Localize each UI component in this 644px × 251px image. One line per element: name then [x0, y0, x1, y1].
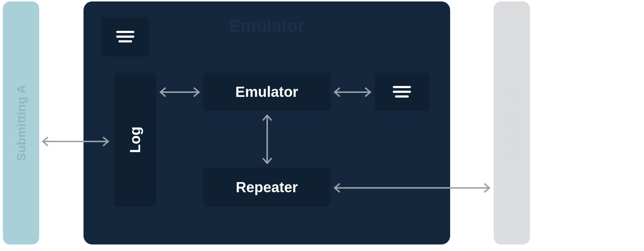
arrow-repeater-submitting-b: [331, 181, 493, 195]
submitting-b-node: Submitting B: [494, 1, 530, 244]
submitting-a-label: Submitting A: [14, 85, 28, 161]
hamburger-icon: [375, 73, 429, 111]
arrow-emulator-icon-right: [331, 85, 374, 99]
log-box: Log: [114, 73, 156, 207]
arrow-emulator-repeater: [260, 112, 274, 167]
emulator-box: Emulator: [203, 73, 330, 111]
hamburger-icon: [102, 17, 149, 57]
log-label: Log: [127, 126, 143, 153]
repeater-label: Repeater: [236, 179, 298, 196]
submitting-a-node: Submitting A: [3, 1, 39, 244]
arrow-log-emulator: [157, 85, 203, 99]
arrow-submitting-a-log: [39, 134, 112, 149]
emulator-label: Emulator: [235, 84, 298, 100]
repeater-box: Repeater: [203, 168, 330, 207]
submitting-b-label: Submitting B: [505, 85, 519, 161]
